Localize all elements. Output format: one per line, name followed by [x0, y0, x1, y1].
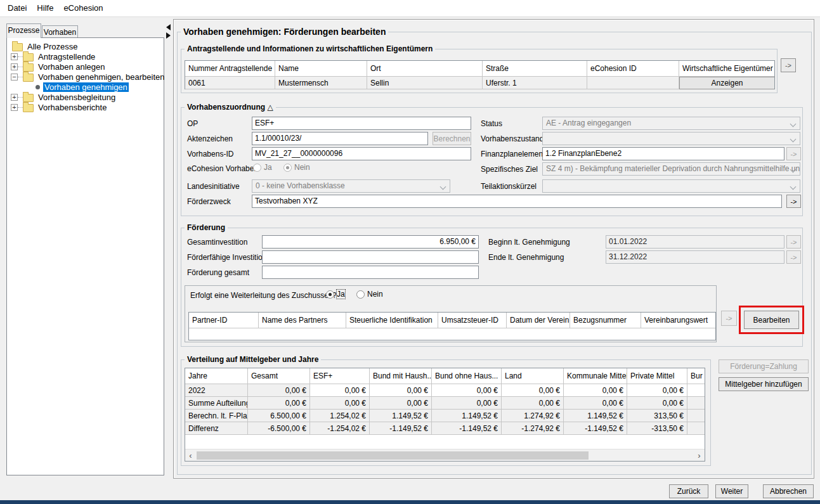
- foerderung-zahlung-button[interactable]: Förderung=Zahlung: [719, 359, 809, 373]
- ecohesion-nein-radio[interactable]: Nein: [283, 163, 310, 172]
- cell-ort: Sellin: [367, 77, 483, 89]
- applicants-detail-arrow-button[interactable]: ->: [781, 58, 796, 72]
- column-header[interactable]: eCohesion ID: [587, 61, 679, 77]
- spezifisches-ziel-select[interactable]: SZ 4 m) - Bekämpfung materieller Depriva…: [542, 162, 800, 176]
- ende-genehmigung-field[interactable]: 31.12.2022: [606, 250, 784, 264]
- mittelgeber-row-2022[interactable]: 2022 0,00 € 0,00 € 0,00 € 0,00 € 0,00 € …: [185, 384, 705, 397]
- zurueck-button[interactable]: Zurück: [669, 484, 708, 498]
- menu-ecohesion[interactable]: eCohesion: [58, 0, 108, 16]
- tree-item-label: Alle Prozesse: [26, 42, 79, 51]
- applicants-data-row[interactable]: 0061 Mustermensch Sellin Uferstr. 1 Anze…: [185, 77, 774, 89]
- column-header[interactable]: Steuerliche Identifikation: [346, 313, 438, 328]
- column-header[interactable]: Umsatzsteuer-ID: [438, 313, 507, 328]
- process-tree: Alle Prozesse + Antragstellende + Vorhab…: [6, 37, 164, 475]
- berechnen-button[interactable]: Berechnen: [433, 132, 471, 145]
- horizontal-scrollbar[interactable]: ‹ ›: [185, 449, 705, 461]
- column-header[interactable]: Bezugsnummer: [570, 313, 641, 328]
- chevron-down-icon: [790, 184, 797, 190]
- applicants-legend: Antragstellende und Informationen zu wir…: [185, 44, 435, 53]
- mittelgeber-row-berechnet[interactable]: Berechn. lt. F-Plan 6.500,00 € 1.254,02 …: [185, 410, 705, 422]
- partner-detail-arrow-button[interactable]: ->: [721, 311, 737, 326]
- foerderzweck-detail-arrow-button[interactable]: ->: [786, 195, 801, 208]
- scroll-right-button[interactable]: ›: [694, 450, 705, 461]
- column-header[interactable]: Straße: [483, 61, 587, 77]
- column-header[interactable]: Ort: [367, 61, 483, 77]
- column-header[interactable]: Datum der Verein...: [507, 313, 570, 328]
- mittelgeber-hinzufuegen-button[interactable]: Mittelgeber hinzufügen: [719, 377, 809, 391]
- splitter-expand-right-icon[interactable]: [166, 32, 171, 39]
- weiterleitung-ja-radio[interactable]: Ja: [326, 290, 345, 299]
- column-header[interactable]: Bur: [687, 368, 705, 384]
- column-header[interactable]: Private Mittel: [627, 368, 687, 384]
- tree-item-vorhabensbegleitung[interactable]: + Vorhabensbegleitung: [11, 92, 117, 102]
- finanzplanelement-detail-arrow-button[interactable]: ->: [786, 147, 801, 160]
- menu-datei[interactable]: Datei: [3, 0, 32, 16]
- column-header[interactable]: Nummer Antragstellende: [185, 61, 275, 77]
- tree-item-vorhabensberichte[interactable]: + Vorhabensberichte: [11, 102, 108, 112]
- vorhabenszustand-select[interactable]: [542, 132, 800, 145]
- vorhabens-id-field[interactable]: MV_21_27__0000000096: [252, 147, 471, 160]
- bearbeiten-button[interactable]: Bearbeiten: [744, 311, 799, 329]
- expand-icon[interactable]: +: [11, 53, 18, 60]
- cell-value[interactable]: 0,00 €: [627, 384, 687, 397]
- column-header[interactable]: Wirtschaftliche Eigentümer: [679, 61, 774, 77]
- finanzplanelement-field[interactable]: 1.2 FinanzplanEbene2: [542, 147, 784, 160]
- foerderfaehige-investition-field[interactable]: [262, 250, 479, 264]
- beginn-genehmigung-field[interactable]: 01.01.2022: [606, 235, 784, 249]
- foerderzweck-field[interactable]: Testvorhaben XYZ: [252, 195, 782, 208]
- folder-icon: [23, 53, 34, 61]
- anzeigen-button[interactable]: Anzeigen: [679, 77, 774, 89]
- column-header[interactable]: Name des Partners: [259, 313, 346, 328]
- scroll-left-button[interactable]: ‹: [185, 450, 196, 461]
- aktenzeichen-field[interactable]: 1.1/00010/23/: [252, 132, 428, 145]
- tab-vorhaben[interactable]: Vorhaben: [42, 25, 78, 38]
- spezifisches-ziel-label: Spezifisches Ziel: [481, 165, 538, 174]
- column-header[interactable]: Land: [502, 368, 564, 384]
- gesamtinvestition-field[interactable]: 6.950,00 €: [262, 235, 479, 249]
- weiterleitung-nein-radio[interactable]: Nein: [356, 290, 383, 299]
- column-header[interactable]: Kommunale Mittel: [564, 368, 627, 384]
- cell-value: [687, 384, 705, 397]
- expand-icon[interactable]: +: [11, 63, 18, 70]
- column-header[interactable]: Bund ohne Haus...: [432, 368, 502, 384]
- cell-value[interactable]: 0,00 €: [370, 384, 432, 397]
- landesinitiative-value: 0 - keine Vorhabensklasse: [256, 181, 345, 190]
- column-header[interactable]: Name: [275, 61, 367, 77]
- expand-icon[interactable]: +: [11, 94, 18, 101]
- ecohesion-ja-radio[interactable]: Ja: [253, 163, 272, 172]
- tree-item-vorhaben-anlegen[interactable]: + Vorhaben anlegen: [11, 61, 107, 72]
- menu-hilfe[interactable]: Hilfe: [32, 0, 58, 16]
- cell-value[interactable]: 0,00 €: [310, 384, 370, 397]
- mittelgeber-row-summe[interactable]: Summe Aufteilung 0,00 € 0,00 € 0,00 € 0,…: [185, 397, 705, 410]
- foerderung-gesamt-field[interactable]: [262, 266, 479, 279]
- mittelgeber-row-differenz[interactable]: Differenz -6.500,00 € -1.254,02 € -1.149…: [185, 422, 705, 435]
- expand-icon[interactable]: +: [11, 104, 18, 111]
- foerderung-gesamt-label: Förderung gesamt: [187, 268, 249, 277]
- splitter-collapse-left-icon[interactable]: [166, 24, 171, 30]
- column-header[interactable]: Jahre: [185, 368, 248, 384]
- op-field[interactable]: ESF+: [252, 117, 471, 130]
- tree-item-vorhaben-genehmigen-selected[interactable]: Vorhaben genehmigen: [36, 82, 129, 92]
- cell-value[interactable]: 0,00 €: [432, 384, 502, 397]
- landesinitiative-select[interactable]: 0 - keine Vorhabensklasse: [252, 179, 450, 193]
- tree-item-alle-prozesse[interactable]: Alle Prozesse: [12, 41, 79, 51]
- beginn-detail-arrow-button[interactable]: ->: [786, 235, 801, 249]
- teilaktionskuerzel-select[interactable]: [542, 179, 800, 193]
- column-header[interactable]: Bund mit Haush...: [370, 368, 432, 384]
- cell-value: 0,00 €: [564, 397, 627, 410]
- abbrechen-button[interactable]: Abbrechen: [763, 484, 814, 498]
- ende-detail-arrow-button[interactable]: ->: [786, 250, 801, 264]
- collapse-icon[interactable]: −: [11, 74, 18, 81]
- status-select[interactable]: AE - Antrag eingegangen: [542, 117, 800, 130]
- weiter-button[interactable]: Weiter: [715, 484, 748, 498]
- tree-item-antragstellende[interactable]: + Antragstellende: [11, 51, 96, 61]
- tree-item-vorhaben-genehmigen-bearbeiten[interactable]: − Vorhaben genehmigen, bearbeiten: [11, 72, 166, 82]
- column-header[interactable]: Partner-ID: [189, 313, 259, 328]
- tab-prozesse[interactable]: Prozesse: [6, 23, 41, 38]
- cell-value[interactable]: 0,00 €: [564, 384, 627, 397]
- cell-value[interactable]: 0,00 €: [502, 384, 564, 397]
- scrollbar-thumb[interactable]: [197, 451, 589, 460]
- column-header[interactable]: ESF+: [310, 368, 370, 384]
- column-header[interactable]: Vereinbarungswert: [641, 313, 715, 328]
- column-header[interactable]: Gesamt: [248, 368, 310, 384]
